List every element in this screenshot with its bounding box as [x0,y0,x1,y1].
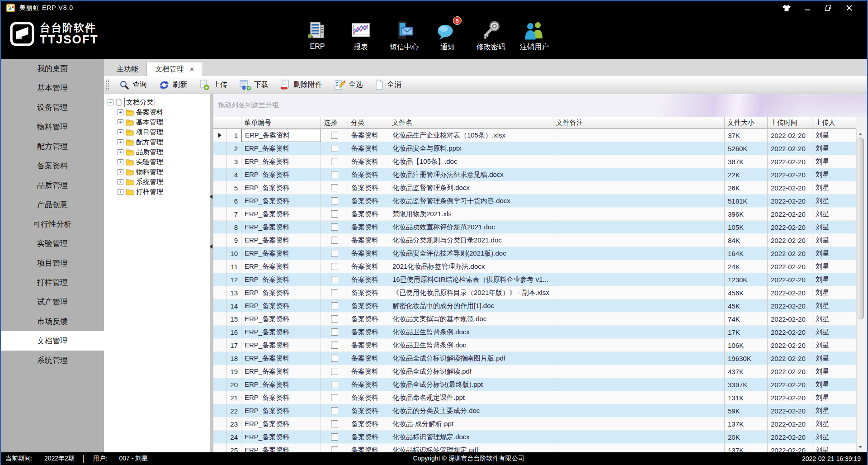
table-row[interactable]: 12ERP_备案资料备案资料16已使用原料CIR结论检索表（供原料企业参考 v1… [213,273,856,286]
table-row[interactable]: 23ERP_备案资料备案资料化妆品-成分解析.ppt137K2022-02-20… [213,418,856,431]
scrollbar-thumb[interactable] [858,138,864,319]
splitter-collapse-icon[interactable] [210,244,212,249]
table-row[interactable]: 16ERP_备案资料备案资料化妆品卫生监督条例.docx17K2022-02-2… [213,326,856,339]
table-row[interactable]: 6ERP_备案资料备案资料化妆品监督管理条例学习干货内容.docx5181K20… [213,195,856,208]
tree-item[interactable]: +项目管理 [104,127,210,137]
row-checkbox[interactable] [331,315,338,323]
tree-grid-splitter[interactable] [210,94,213,452]
table-row[interactable]: 25ERP_备案资料备案资料化妆品标识标签管理规定.pdf137K2022-02… [213,444,856,452]
row-checkbox[interactable] [331,394,338,401]
row-checkbox[interactable] [331,223,338,231]
nav-item[interactable]: 5通知 [426,17,469,52]
sidebar-item[interactable]: 产品创意 [1,195,104,214]
collapse-icon[interactable]: − [108,100,113,105]
table-row[interactable]: 19ERP_备案资料备案资料化妆品全成分标识解读.pdf437K2022-02-… [213,365,856,378]
row-checkbox[interactable] [331,381,338,388]
column-header[interactable]: 上传人 [812,117,856,129]
tree-item[interactable]: +备案资料 [104,107,210,117]
table-row[interactable]: 8ERP_备案资料备案资料化妆品功效宣称评价规范2021.doc105K2022… [213,221,856,234]
toolbar-button[interactable]: 全消 [369,76,407,94]
sidebar-item[interactable]: 系统管理 [1,351,104,370]
sidebar-item[interactable]: 品质管理 [1,176,104,195]
toolbar-grip[interactable] [106,80,109,90]
sidebar-item[interactable]: 我的桌面 [1,59,104,78]
sidebar-item[interactable]: 文档管理 [1,331,104,351]
sidebar-item[interactable]: 可行性分析 [1,214,104,234]
expand-icon[interactable]: + [118,109,123,115]
table-row[interactable]: 2ERP_备案资料备案资料化妆品安全与原料.pptx5260K2022-02-2… [213,142,856,155]
tab[interactable]: 主功能 [108,62,146,76]
table-row[interactable]: 24ERP_备案资料备案资料化妆品标识管理规定.docx20K2022-02-2… [213,431,856,444]
table-row[interactable]: 17ERP_备案资料备案资料化妆品卫生监督条例.doc106K2022-02-2… [213,339,856,352]
row-checkbox[interactable] [331,289,338,296]
expand-icon[interactable]: + [118,159,123,165]
column-header[interactable]: 文件大小 [725,117,768,129]
table-row[interactable]: 11ERP_备案资料备案资料2021化妆品标签管理办法.docx24K2022-… [213,260,856,273]
toolbar-button[interactable]: 删除附件 [274,76,328,94]
sidebar-item[interactable]: 配方管理 [1,137,104,156]
table-row[interactable]: 21ERP_备案资料备案资料化妆品命名规定课件.ppt131K2022-02-2… [213,391,856,404]
table-row[interactable]: 13ERP_备案资料备案资料《已使用化妆品原料目录（2021年版）》 - 副本.… [213,286,856,299]
row-checkbox[interactable] [331,145,338,152]
row-checkbox[interactable] [331,210,338,218]
nav-item[interactable]: 短信中心 [382,17,426,52]
table-row[interactable]: 4ERP_备案资料备案资料化妆品注册管理办法征求意见稿.docx22K2022-… [213,168,856,181]
row-checkbox[interactable] [331,132,338,139]
table-row[interactable]: 9ERP_备案资料备案资料化妆品分类规则与分类目录2021.doc84K2022… [213,234,856,247]
expand-icon[interactable]: + [118,129,123,135]
tree-item[interactable]: +基本管理 [104,117,210,127]
table-row[interactable]: 15ERP_备案资料备案资料化妆品文案撰写的基本规范.doc74K2022-02… [213,313,856,326]
restore-button[interactable] [823,4,834,13]
row-checkbox[interactable] [331,433,338,441]
column-header[interactable]: 文件名 [389,117,553,129]
row-checkbox[interactable] [331,342,338,349]
table-row[interactable]: 3ERP_备案资料备案资料化妆品【105条】.doc387K2022-02-20… [213,155,856,168]
row-checkbox[interactable] [331,328,338,336]
tab-close-icon[interactable]: ✕ [189,66,194,73]
expand-icon[interactable]: + [118,139,123,145]
table-row[interactable]: 1ERP_备案资料备案资料化妆品生产企业核对表（105条）.xlsx37K202… [213,129,856,142]
row-checkbox[interactable] [331,420,338,427]
sidebar-item[interactable]: 项目管理 [1,253,104,273]
table-row[interactable]: 5ERP_备案资料备案资料化妆品监督管理条列.docx26K2022-02-20… [213,181,856,195]
scroll-down-icon[interactable] [857,445,864,452]
tree-item[interactable]: +实验管理 [104,157,210,167]
column-header[interactable]: 文件备注 [553,117,725,129]
row-checkbox[interactable] [331,237,338,244]
sidebar-item[interactable]: 实验管理 [1,234,104,253]
expand-icon[interactable]: + [118,149,123,155]
expand-icon[interactable]: + [118,169,123,175]
column-header[interactable]: 菜单编号 [241,117,321,129]
row-checkbox[interactable] [331,158,338,165]
table-row[interactable]: 20ERP_备案资料备案资料化妆品全成分标识(最终版).ppt3397K2022… [213,378,856,391]
table-row[interactable]: 7ERP_备案资料备案资料禁限用物质2021.xls396K2022-02-20… [213,208,856,221]
row-checkbox[interactable] [331,171,338,178]
theme-button[interactable] [781,4,792,13]
row-checkbox[interactable] [331,250,338,257]
row-checkbox[interactable] [331,368,338,375]
row-checkbox[interactable] [331,446,338,452]
tab[interactable]: 文档管理✕ [146,62,203,76]
scroll-up-icon[interactable] [857,129,864,137]
row-checkbox[interactable] [331,407,338,414]
toolbar-button[interactable]: 上传 [193,76,233,94]
toolbar-button[interactable]: 刷新 [153,76,193,94]
table-row[interactable]: 14ERP_备案资料备案资料解密化妆品中的成分的作用[1].doc45K2022… [213,299,856,313]
nav-item[interactable]: 注销用户 [513,17,556,52]
column-header[interactable]: 分类 [348,117,389,129]
column-header[interactable]: 选择 [321,117,348,129]
group-by-panel[interactable]: 拖动列名到这里分组 [213,94,867,117]
close-button[interactable] [844,4,854,13]
tree-root[interactable]: −文档分类 [104,97,210,107]
nav-item[interactable]: ERP [296,17,339,52]
nav-item[interactable]: 修改密码 [469,17,513,52]
tree-item[interactable]: +打样管理 [104,187,210,197]
sidebar-item[interactable]: 基本管理 [1,78,104,98]
expand-icon[interactable]: + [118,189,123,195]
minimize-button[interactable] [802,4,813,13]
column-header[interactable]: 上传时间 [768,117,812,129]
sidebar-item[interactable]: 打样管理 [1,273,104,292]
table-row[interactable]: 18ERP_备案资料备案资料化妆品全成分标识解读指南图片版.pdf19630K2… [213,352,856,365]
sidebar-item[interactable]: 市场反馈 [1,312,104,331]
table-row[interactable]: 10ERP_备案资料备案资料化妆品安全评估技术导则(2021版).doc164K… [213,247,856,260]
